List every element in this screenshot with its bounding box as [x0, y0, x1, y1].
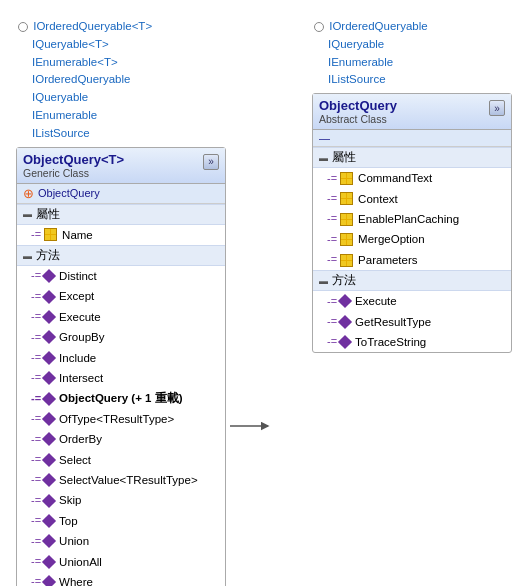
right-methods-section-header: ▬ 方法	[313, 270, 511, 291]
left-method-item: -=Top	[17, 511, 225, 531]
right-column: IOrderedQueryable IQueryable IEnumerable…	[312, 18, 512, 586]
right-class-header: ObjectQuery Abstract Class »	[313, 94, 511, 130]
right-method-diamond-icon	[338, 335, 352, 349]
left-method-icon-wrap: -=	[31, 390, 54, 408]
prop-grid-icon	[340, 254, 353, 267]
left-method-item: -=GroupBy	[17, 327, 225, 347]
left-method-item: -=OfType<TResultType>	[17, 409, 225, 429]
left-method-icon-wrap: -=	[31, 349, 54, 367]
right-class-pin: —	[313, 130, 511, 147]
method-arrow-icon: -=	[31, 390, 41, 408]
right-property-icon-wrap: -=	[327, 251, 353, 269]
method-arrow-icon: -=	[31, 553, 41, 571]
right-properties-list: -=CommandText-=Context-=EnablePlanCachin…	[313, 168, 511, 270]
left-method-item: -=SelectValue<TResultType>	[17, 470, 225, 490]
left-property-name-icon-wrap: -=	[31, 226, 57, 244]
left-method-icon-wrap: -=	[31, 267, 54, 285]
method-diamond-icon	[42, 432, 56, 446]
method-arrow-icon: -=	[31, 288, 41, 306]
left-class-type: Generic Class	[23, 167, 124, 179]
method-arrow-icon: -=	[31, 471, 41, 489]
right-method-icon-wrap: -=	[327, 293, 350, 311]
method-arrow-icon: -=	[31, 573, 41, 586]
right-method-diamond-icon	[338, 315, 352, 329]
method-diamond-icon	[42, 555, 56, 569]
method-diamond-icon	[42, 412, 56, 426]
right-method-icon-wrap: -=	[327, 313, 350, 331]
method-arrow-icon: -=	[31, 512, 41, 530]
method-label: Intersect	[59, 369, 103, 387]
left-collapse-button[interactable]: »	[203, 154, 219, 170]
left-method-item: -=UnionAll	[17, 552, 225, 572]
left-properties-title: 屬性	[36, 207, 60, 222]
right-properties-toggle[interactable]: ▬	[319, 153, 328, 163]
method-arrow-icon: -=	[31, 533, 41, 551]
left-method-item: -=Except	[17, 286, 225, 306]
left-method-icon-wrap: -=	[31, 431, 54, 449]
prop-grid-icon	[340, 213, 353, 226]
left-methods-toggle[interactable]: ▬	[23, 251, 32, 261]
method-arrow-icon: -=	[31, 492, 41, 510]
left-method-icon-wrap: -=	[31, 410, 54, 428]
right-class-title: ObjectQuery	[319, 98, 397, 113]
method-arrow-icon: -=	[31, 451, 41, 469]
property-label: EnablePlanCaching	[358, 210, 459, 228]
right-property-item: -=Context	[313, 189, 511, 209]
method-label: GroupBy	[59, 328, 104, 346]
right-methods-toggle[interactable]: ▬	[319, 276, 328, 286]
right-class-box: ObjectQuery Abstract Class » — ▬ 屬性 -=Co…	[312, 93, 512, 353]
method-label: Except	[59, 287, 94, 305]
left-interface-1: IQueryable<T>	[32, 38, 109, 50]
left-class-pin: ⊕ ObjectQuery	[17, 184, 225, 204]
method-label: OfType<TResultType>	[59, 410, 174, 428]
right-property-icon-wrap: -=	[327, 170, 353, 188]
left-method-item: -=Distinct	[17, 266, 225, 286]
right-method-arrow-icon: -=	[327, 293, 337, 311]
method-diamond-icon	[42, 290, 56, 304]
left-interface-5: IEnumerable	[32, 109, 97, 121]
right-method-icon-wrap: -=	[327, 333, 350, 351]
method-label: Select	[59, 451, 91, 469]
left-method-icon-wrap: -=	[31, 573, 54, 586]
left-interface-6: IListSource	[32, 127, 90, 139]
left-interface-2: IEnumerable<T>	[32, 56, 118, 68]
left-interface-4: IQueryable	[32, 91, 88, 103]
method-arrow-icon: -=	[31, 349, 41, 367]
method-label: SelectValue<TResultType>	[59, 471, 198, 489]
right-methods-title: 方法	[332, 273, 356, 288]
right-pin-label: —	[319, 132, 330, 144]
method-diamond-icon	[42, 392, 56, 406]
left-pin-label: ObjectQuery	[38, 187, 100, 199]
left-property-name-label: Name	[62, 226, 93, 244]
method-diamond-icon	[42, 351, 56, 365]
method-arrow-icon: -=	[31, 308, 41, 326]
right-method-item: -=Execute	[313, 291, 511, 311]
left-properties-toggle[interactable]: ▬	[23, 209, 32, 219]
method-diamond-icon	[42, 330, 56, 344]
right-property-icon-wrap: -=	[327, 210, 353, 228]
right-property-item: -=CommandText	[313, 168, 511, 188]
method-diamond-icon	[42, 310, 56, 324]
left-method-item: -=ObjectQuery (+ 1 重載)	[17, 388, 225, 408]
method-label: UnionAll	[59, 553, 102, 571]
right-methods-list: -=Execute-=GetResultType-=ToTraceString	[313, 291, 511, 352]
left-class-box: ObjectQuery<T> Generic Class » ⊕ ObjectQ…	[16, 147, 226, 586]
prop-arrow-icon: -=	[327, 190, 337, 208]
left-methods-section-header: ▬ 方法	[17, 245, 225, 266]
method-label: Include	[59, 349, 96, 367]
left-method-icon-wrap: -=	[31, 471, 54, 489]
left-method-item: -=Include	[17, 348, 225, 368]
right-interface-list: IOrderedQueryable IQueryable IEnumerable…	[312, 18, 428, 89]
left-method-icon-wrap: -=	[31, 533, 54, 551]
method-label: Distinct	[59, 267, 97, 285]
arrow-connector-area	[226, 18, 282, 586]
method-label: ObjectQuery (+ 1 重載)	[59, 389, 182, 407]
right-collapse-button[interactable]: »	[489, 100, 505, 116]
left-property-name: -= Name	[17, 225, 225, 245]
left-interface-3: IOrderedQueryable	[32, 73, 130, 85]
method-label: OrderBy	[59, 430, 102, 448]
left-method-item: -=Union	[17, 531, 225, 551]
method-label: Top	[59, 512, 78, 530]
left-pin-icon: ⊕	[23, 186, 34, 201]
right-interface-2: IEnumerable	[328, 56, 393, 68]
